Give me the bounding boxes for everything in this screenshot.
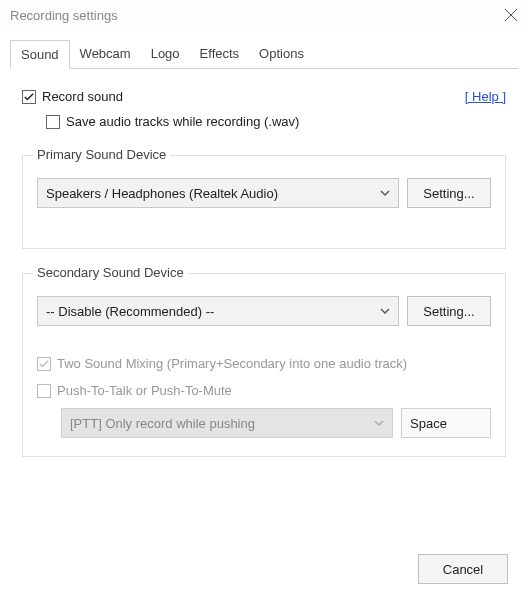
tab-effects[interactable]: Effects bbox=[190, 40, 250, 68]
primary-device-value: Speakers / Headphones (Realtek Audio) bbox=[46, 186, 278, 201]
ptt-config-row: [PTT] Only record while pushing Space bbox=[61, 408, 491, 438]
secondary-setting-label: Setting... bbox=[423, 304, 474, 319]
window-title: Recording settings bbox=[10, 8, 504, 23]
secondary-device-value: -- Disable (Recommended) -- bbox=[46, 304, 214, 319]
record-sound-row: Record sound [ Help ] bbox=[22, 89, 506, 104]
tab-logo[interactable]: Logo bbox=[141, 40, 190, 68]
tab-strip: Sound Webcam Logo Effects Options bbox=[10, 40, 518, 69]
titlebar: Recording settings bbox=[0, 0, 528, 30]
help-link[interactable]: [ Help ] bbox=[465, 89, 506, 104]
save-tracks-label: Save audio tracks while recording (.wav) bbox=[66, 114, 299, 129]
chevron-down-icon bbox=[380, 188, 390, 198]
content: Sound Webcam Logo Effects Options Record… bbox=[0, 30, 528, 457]
save-tracks-row: Save audio tracks while recording (.wav) bbox=[46, 114, 506, 129]
ptt-mode-value: [PTT] Only record while pushing bbox=[70, 416, 255, 431]
tab-body-sound: Record sound [ Help ] Save audio tracks … bbox=[10, 69, 518, 457]
primary-setting-button[interactable]: Setting... bbox=[407, 178, 491, 208]
chevron-down-icon bbox=[374, 418, 384, 428]
ptt-mode-select: [PTT] Only record while pushing bbox=[61, 408, 393, 438]
secondary-device-select[interactable]: -- Disable (Recommended) -- bbox=[37, 296, 399, 326]
close-icon[interactable] bbox=[504, 8, 518, 22]
ptt-label: Push-To-Talk or Push-To-Mute bbox=[57, 383, 232, 398]
tab-sound[interactable]: Sound bbox=[10, 40, 70, 69]
secondary-setting-button[interactable]: Setting... bbox=[407, 296, 491, 326]
ptt-key-value: Space bbox=[410, 416, 447, 431]
ptt-row: Push-To-Talk or Push-To-Mute bbox=[37, 383, 491, 398]
cancel-label: Cancel bbox=[443, 562, 483, 577]
primary-legend: Primary Sound Device bbox=[33, 147, 170, 162]
record-sound-label: Record sound bbox=[42, 89, 123, 104]
two-mix-checkbox bbox=[37, 357, 51, 371]
ptt-checkbox bbox=[37, 384, 51, 398]
save-tracks-checkbox[interactable] bbox=[46, 115, 60, 129]
primary-device-group: Primary Sound Device Speakers / Headphon… bbox=[22, 155, 506, 249]
cancel-button[interactable]: Cancel bbox=[418, 554, 508, 584]
tab-options[interactable]: Options bbox=[249, 40, 314, 68]
secondary-device-group: Secondary Sound Device -- Disable (Recom… bbox=[22, 273, 506, 457]
primary-device-select[interactable]: Speakers / Headphones (Realtek Audio) bbox=[37, 178, 399, 208]
secondary-legend: Secondary Sound Device bbox=[33, 265, 188, 280]
primary-setting-label: Setting... bbox=[423, 186, 474, 201]
two-mix-row: Two Sound Mixing (Primary+Secondary into… bbox=[37, 356, 491, 371]
two-mix-label: Two Sound Mixing (Primary+Secondary into… bbox=[57, 356, 407, 371]
chevron-down-icon bbox=[380, 306, 390, 316]
record-sound-checkbox[interactable] bbox=[22, 90, 36, 104]
ptt-key-field: Space bbox=[401, 408, 491, 438]
tab-webcam[interactable]: Webcam bbox=[70, 40, 141, 68]
